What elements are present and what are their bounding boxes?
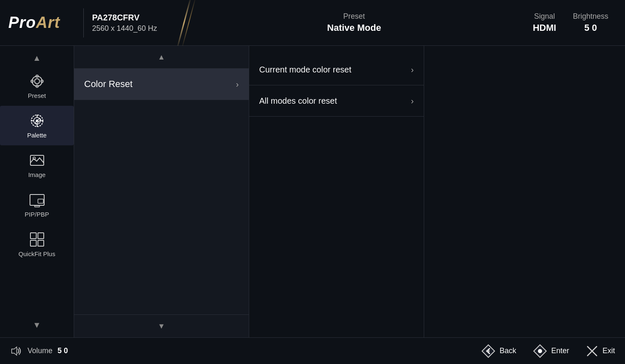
footer-enter-label: Enter [551, 347, 569, 355]
menu-item-color-reset-arrow: › [236, 80, 239, 89]
svg-rect-20 [38, 233, 44, 239]
preset-icon [29, 73, 45, 90]
sidebar-scroll-down[interactable]: ▼ [0, 317, 74, 333]
menu-item-color-reset[interactable]: Color Reset › [74, 69, 249, 100]
preset-label: Preset [343, 12, 365, 21]
header-stats: Signal HDMI Brightness 5 0 [533, 12, 617, 33]
submenu-item-current-mode-arrow: › [411, 65, 414, 75]
brand-logo: ProArt [8, 14, 75, 32]
footer-enter-button[interactable]: Enter [533, 344, 569, 358]
svg-rect-22 [38, 240, 44, 246]
submenu-item-all-modes[interactable]: All modes color reset › [249, 85, 424, 117]
svg-rect-15 [30, 194, 44, 205]
main-layout: ▲ Preset [0, 46, 625, 337]
footer-volume: Volume 5 0 [10, 345, 68, 357]
footer-volume-label: Volume [28, 347, 52, 355]
submenu-column: Current mode color reset › All modes col… [249, 46, 424, 337]
svg-point-25 [487, 350, 490, 352]
submenu-item-current-mode-label: Current mode color reset [259, 65, 351, 75]
signal-label: Signal [534, 12, 555, 21]
sidebar-item-quickfit-plus[interactable]: QuickFit Plus [0, 224, 74, 264]
content-area: ▲ Color Reset › ▼ Current mode color res… [74, 46, 625, 337]
preset-value: Native Mode [327, 22, 381, 33]
enter-icon [533, 344, 547, 358]
back-icon [481, 344, 495, 358]
sidebar-scroll-up[interactable]: ▲ [0, 50, 74, 66]
sidebar-item-preset[interactable]: Preset [0, 66, 74, 106]
header-preset-section: Preset Native Mode [175, 12, 533, 33]
svg-rect-16 [38, 199, 43, 203]
monitor-model: PA278CFRV [92, 13, 175, 22]
brightness-label: Brightness [573, 12, 608, 21]
footer: Volume 5 0 Back Enter Ex [0, 337, 625, 364]
menu-scroll-up[interactable]: ▲ [74, 46, 249, 69]
palette-icon [29, 112, 45, 129]
submenu-item-current-mode[interactable]: Current mode color reset › [249, 54, 424, 85]
empty-column [424, 46, 625, 337]
sidebar-item-image-label: Image [28, 171, 46, 178]
menu-item-color-reset-label: Color Reset [84, 79, 132, 90]
monitor-resolution: 2560 x 1440_60 Hz [92, 24, 175, 33]
footer-back-button[interactable]: Back [481, 344, 516, 358]
exit-icon [586, 345, 598, 357]
volume-icon [10, 345, 22, 357]
brightness-value: 5 0 [584, 22, 597, 33]
signal-value: HDMI [533, 22, 556, 33]
sidebar-item-quickfit-label: QuickFit Plus [18, 250, 55, 257]
svg-rect-18 [35, 206, 40, 207]
menu-column: ▲ Color Reset › ▼ [74, 46, 249, 337]
sidebar-item-palette[interactable]: Palette [0, 106, 74, 145]
svg-rect-19 [30, 233, 36, 239]
quickfit-icon [29, 231, 45, 248]
header-divider [83, 8, 84, 37]
submenu-item-all-modes-arrow: › [411, 96, 414, 106]
signal-stat: Signal HDMI [533, 12, 556, 33]
svg-point-1 [35, 79, 40, 84]
sidebar-item-pip-pbp[interactable]: PIP/PBP [0, 185, 74, 224]
footer-back-label: Back [500, 347, 516, 355]
monitor-info: PA278CFRV 2560 x 1440_60 Hz [92, 13, 175, 33]
sidebar-item-pip-pbp-label: PIP/PBP [25, 211, 49, 218]
image-icon [29, 152, 45, 169]
sidebar-item-image[interactable]: Image [0, 145, 74, 185]
sidebar-item-preset-label: Preset [28, 92, 46, 99]
pip-pbp-icon [29, 192, 45, 208]
svg-rect-21 [30, 240, 36, 246]
footer-controls: Back Enter Exit [481, 344, 615, 358]
menu-scroll-down[interactable]: ▼ [74, 314, 249, 337]
footer-exit-button[interactable]: Exit [586, 345, 615, 357]
submenu-item-all-modes-label: All modes color reset [259, 96, 337, 106]
brightness-stat: Brightness 5 0 [573, 12, 608, 33]
sidebar-item-palette-label: Palette [27, 132, 47, 139]
footer-exit-label: Exit [602, 347, 615, 355]
footer-volume-value: 5 0 [58, 347, 68, 355]
svg-point-27 [538, 349, 542, 353]
sidebar: ▲ Preset [0, 46, 74, 337]
header: ProArt PA278CFRV 2560 x 1440_60 Hz Prese… [0, 0, 625, 46]
svg-marker-23 [12, 347, 17, 355]
